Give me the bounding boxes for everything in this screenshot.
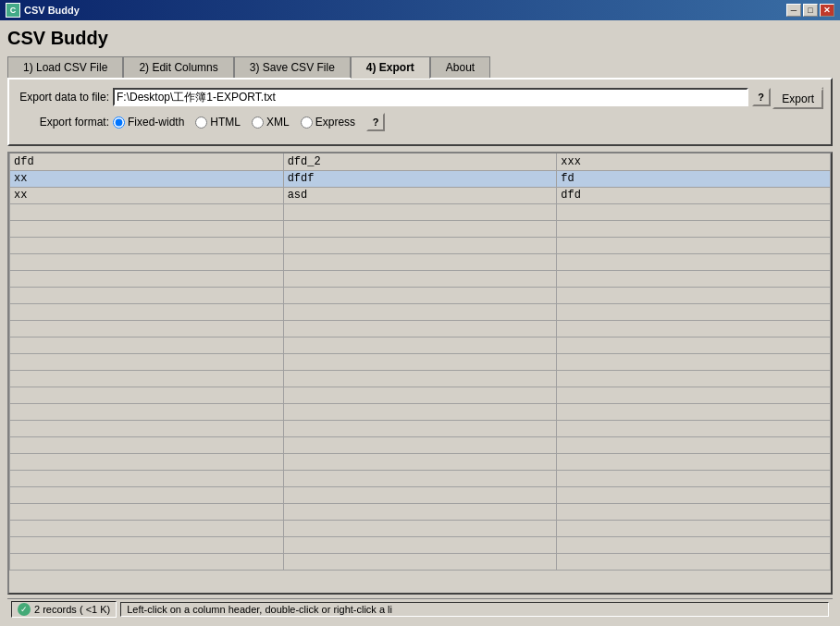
- restore-button[interactable]: □: [803, 4, 818, 17]
- table-row: [10, 420, 831, 436]
- table-cell: [557, 536, 831, 553]
- table-cell: [557, 486, 831, 503]
- table-cell: [10, 270, 284, 287]
- table-cell: [10, 353, 284, 370]
- table-row: [10, 303, 831, 320]
- format-help-button[interactable]: ?: [366, 113, 385, 131]
- format-html[interactable]: HTML: [195, 116, 241, 129]
- table-cell: [557, 320, 831, 337]
- file-help-button[interactable]: ?: [752, 88, 771, 106]
- table-cell: [10, 520, 284, 536]
- table-row: [10, 287, 831, 303]
- tab-about[interactable]: About: [430, 56, 490, 78]
- title-bar-text: CSV Buddy: [24, 5, 80, 16]
- table-cell: [10, 203, 284, 220]
- table-cell: [283, 520, 557, 536]
- export-button[interactable]: Export: [772, 89, 823, 109]
- table-cell: [283, 436, 557, 453]
- table-cell: [557, 403, 831, 420]
- table-row: [10, 536, 831, 553]
- table-cell: xx: [10, 170, 284, 187]
- table-cell: [557, 237, 831, 253]
- table-cell: [557, 387, 831, 403]
- table-cell: [10, 536, 284, 553]
- table-cell: [10, 470, 284, 486]
- table-cell: [10, 320, 284, 337]
- table-cell: [557, 337, 831, 353]
- table-row: [10, 270, 831, 287]
- table-row: [10, 220, 831, 237]
- table-cell: [557, 470, 831, 486]
- app-icon: C: [6, 3, 20, 18]
- status-message: Left-click on a column header, double-cl…: [120, 602, 829, 617]
- table-cell: [10, 237, 284, 253]
- table-cell: [557, 370, 831, 387]
- table-cell: [10, 220, 284, 237]
- table-cell: [557, 287, 831, 303]
- table-cell: [283, 387, 557, 403]
- table-cell: asd: [283, 187, 557, 203]
- table-cell: dfdf: [283, 170, 557, 187]
- table-cell: [283, 253, 557, 270]
- table-cell: [557, 220, 831, 237]
- table-cell: [283, 353, 557, 370]
- table-cell: [10, 436, 284, 453]
- table-cell: [557, 270, 831, 287]
- table-row: [10, 553, 831, 570]
- table-cell: [557, 303, 831, 320]
- minimize-button[interactable]: ─: [786, 4, 801, 17]
- format-fixed-width[interactable]: Fixed-width: [113, 116, 184, 129]
- table-cell: [283, 420, 557, 436]
- table-cell: [283, 337, 557, 353]
- table-cell: [283, 203, 557, 220]
- table-cell: [557, 503, 831, 520]
- grid-header-cell[interactable]: dfd: [10, 153, 284, 170]
- table-row: [10, 353, 831, 370]
- table-cell: [557, 420, 831, 436]
- table-row: [10, 237, 831, 253]
- tab-export[interactable]: 4) Export: [351, 56, 430, 79]
- table-cell: [10, 486, 284, 503]
- format-express[interactable]: Express: [301, 116, 355, 129]
- table-cell: [283, 237, 557, 253]
- table-cell: xx: [10, 187, 284, 203]
- table-cell: [557, 353, 831, 370]
- app-title: CSV Buddy: [7, 28, 833, 49]
- table-cell: [283, 403, 557, 420]
- table-row: xxdfdffd: [10, 170, 831, 187]
- tab-save[interactable]: 3) Save CSV File: [234, 56, 351, 78]
- export-file-input[interactable]: [113, 88, 748, 106]
- table-row: [10, 370, 831, 387]
- tab-edit[interactable]: 2) Edit Columns: [123, 56, 233, 78]
- table-cell: [557, 436, 831, 453]
- table-row: [10, 486, 831, 503]
- close-button[interactable]: ✕: [820, 4, 834, 17]
- table-cell: [283, 287, 557, 303]
- tab-bar: 1) Load CSV File 2) Edit Columns 3) Save…: [7, 55, 833, 78]
- table-row: [10, 253, 831, 270]
- table-row: [10, 320, 831, 337]
- table-cell: [557, 203, 831, 220]
- format-label: Export format:: [17, 116, 109, 129]
- status-icon: ✓: [18, 603, 31, 616]
- table-cell: [10, 370, 284, 387]
- table-cell: [283, 320, 557, 337]
- table-cell: [10, 287, 284, 303]
- format-xml[interactable]: XML: [252, 116, 290, 129]
- table-cell: [283, 453, 557, 470]
- table-cell: [283, 270, 557, 287]
- table-cell: [557, 253, 831, 270]
- status-bar: ✓ 2 records ( <1 K) Left-click on a colu…: [7, 598, 833, 619]
- grid-header-cell[interactable]: xxx: [557, 153, 831, 170]
- table-cell: [557, 520, 831, 536]
- title-bar: C CSV Buddy ─ □ ✕: [0, 0, 840, 20]
- table-cell: [10, 503, 284, 520]
- table-cell: [10, 453, 284, 470]
- grid-header-cell[interactable]: dfd_2: [283, 153, 557, 170]
- table-cell: [10, 253, 284, 270]
- table-cell: [10, 403, 284, 420]
- table-row: [10, 520, 831, 536]
- tab-load[interactable]: 1) Load CSV File: [7, 56, 123, 78]
- table-row: [10, 387, 831, 403]
- table-row: [10, 503, 831, 520]
